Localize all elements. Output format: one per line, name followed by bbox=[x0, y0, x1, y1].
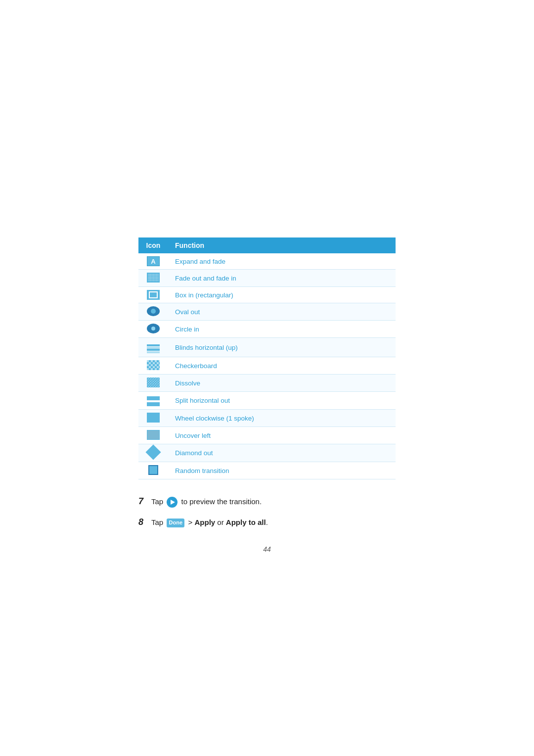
icon-cell bbox=[138, 338, 168, 357]
random-icon-img bbox=[148, 465, 158, 475]
icon-cell bbox=[138, 392, 168, 410]
icon-column-header: Icon bbox=[138, 237, 168, 253]
function-cell: Wheel clockwise (1 spoke) bbox=[168, 410, 396, 427]
step-8: 8 Tap Done > Apply or Apply to all. bbox=[138, 514, 396, 530]
table-row: Box in (rectangular) bbox=[138, 287, 396, 303]
table-row: Split horizontal out bbox=[138, 392, 396, 410]
dissolve-icon-img bbox=[147, 378, 160, 387]
expand-fade-icon-img: A bbox=[147, 256, 160, 266]
table-row: Blinds horizontal (up) bbox=[138, 338, 396, 357]
step-8-number: 8 bbox=[138, 514, 148, 530]
icon-cell bbox=[138, 321, 168, 338]
function-cell: Random transition bbox=[168, 462, 396, 479]
icon-cell: A bbox=[138, 253, 168, 270]
page-number: 44 bbox=[138, 545, 396, 553]
wheel-icon-img bbox=[147, 413, 160, 423]
icon-cell bbox=[138, 270, 168, 287]
checker-icon-img bbox=[147, 360, 160, 370]
split-h-icon bbox=[146, 396, 161, 407]
table-row: Uncover left bbox=[138, 427, 396, 444]
done-icon: Done bbox=[167, 519, 184, 527]
icon-cell bbox=[138, 427, 168, 444]
function-cell: Diamond out bbox=[168, 444, 396, 462]
table-row: Dissolve bbox=[138, 375, 396, 392]
circle-in-icon bbox=[146, 323, 161, 334]
uncover-icon-img bbox=[147, 430, 160, 440]
table-row: Diamond out bbox=[138, 444, 396, 462]
steps-section: 7 Tap to preview the transition. 8 Tap D… bbox=[138, 493, 396, 535]
function-cell: Fade out and fade in bbox=[168, 270, 396, 287]
checker-icon bbox=[146, 360, 161, 371]
box-rect-icon-img bbox=[147, 290, 160, 300]
icon-cell bbox=[138, 303, 168, 321]
function-cell: Split horizontal out bbox=[168, 392, 396, 410]
page-container: Icon Function A Expand and fade bbox=[0, 0, 534, 756]
box-rect-icon bbox=[146, 289, 161, 300]
blinds-icon-img bbox=[147, 344, 160, 354]
diamond-icon bbox=[146, 447, 161, 458]
transition-table: Icon Function A Expand and fade bbox=[138, 237, 396, 479]
step-7-text: Tap to preview the transition. bbox=[151, 495, 262, 508]
table-row: Fade out and fade in bbox=[138, 270, 396, 287]
diamond-icon-img bbox=[145, 444, 161, 460]
step-7-number: 7 bbox=[138, 493, 148, 509]
expand-fade-icon: A bbox=[146, 256, 161, 267]
icon-cell bbox=[138, 375, 168, 392]
table-header-row: Icon Function bbox=[138, 237, 396, 253]
table-row: A Expand and fade bbox=[138, 253, 396, 270]
icon-cell bbox=[138, 357, 168, 375]
oval-out-icon-img bbox=[147, 306, 160, 316]
circle-in-icon-img bbox=[147, 324, 160, 333]
table-row: Checkerboard bbox=[138, 357, 396, 375]
play-icon bbox=[167, 497, 178, 508]
table-row: Random transition bbox=[138, 462, 396, 479]
blinds-icon bbox=[146, 343, 161, 354]
icon-cell bbox=[138, 462, 168, 479]
step-7: 7 Tap to preview the transition. bbox=[138, 493, 396, 509]
table-row: Wheel clockwise (1 spoke) bbox=[138, 410, 396, 427]
content-area: Icon Function A Expand and fade bbox=[138, 237, 396, 553]
fade-out-icon bbox=[146, 272, 161, 283]
oval-out-icon bbox=[146, 306, 161, 317]
function-cell: Uncover left bbox=[168, 427, 396, 444]
function-cell: Oval out bbox=[168, 303, 396, 321]
fade-out-icon-img bbox=[147, 273, 160, 283]
function-cell: Expand and fade bbox=[168, 253, 396, 270]
icon-cell bbox=[138, 287, 168, 303]
random-icon bbox=[146, 465, 161, 475]
dissolve-icon bbox=[146, 377, 161, 388]
function-cell: Box in (rectangular) bbox=[168, 287, 396, 303]
apply-all-label: Apply to all bbox=[226, 518, 266, 526]
function-cell: Checkerboard bbox=[168, 357, 396, 375]
uncover-icon bbox=[146, 429, 161, 440]
icon-cell bbox=[138, 410, 168, 427]
table-row: Circle in bbox=[138, 321, 396, 338]
step-8-text: Tap Done > Apply or Apply to all. bbox=[151, 516, 268, 529]
function-cell: Dissolve bbox=[168, 375, 396, 392]
split-h-icon-img bbox=[147, 396, 160, 406]
icon-cell bbox=[138, 444, 168, 462]
function-cell: Circle in bbox=[168, 321, 396, 338]
function-cell: Blinds horizontal (up) bbox=[168, 338, 396, 357]
function-column-header: Function bbox=[168, 237, 396, 253]
table-row: Oval out bbox=[138, 303, 396, 321]
wheel-icon bbox=[146, 412, 161, 423]
apply-label: Apply bbox=[194, 518, 215, 526]
